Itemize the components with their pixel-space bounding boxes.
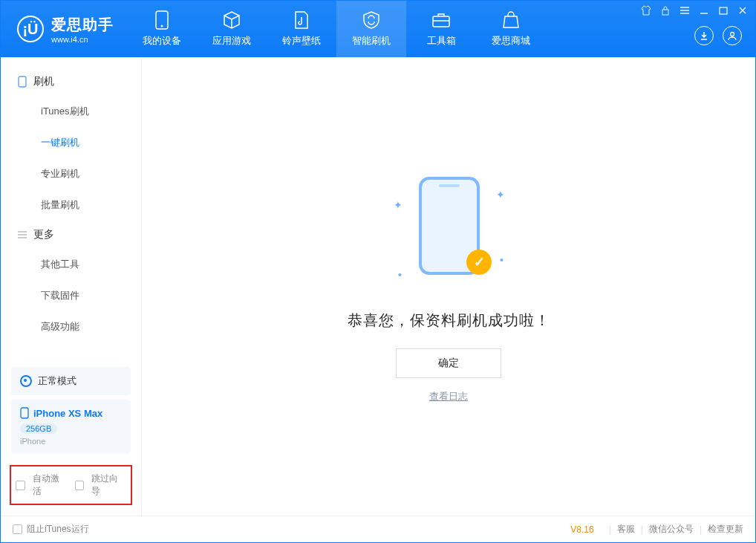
sidebar-bottom-highlight: 自动激活 跳过向导	[10, 465, 132, 505]
footer-link-wechat[interactable]: 微信公众号	[649, 523, 694, 536]
lock-icon[interactable]	[660, 5, 671, 16]
footer-link-support[interactable]: 客服	[617, 523, 635, 536]
top-nav: 我的设备 应用游戏 铃声壁纸 智能刷机 工具箱 爱思商城	[127, 1, 546, 57]
titlebar-right	[633, 1, 755, 57]
success-message: 恭喜您，保资料刷机成功啦！	[348, 310, 550, 331]
menu-icon[interactable]	[680, 5, 690, 16]
sidebar: 刷机 iTunes刷机 一键刷机 专业刷机 批量刷机 更多 其他工具 下载固件 …	[1, 57, 142, 516]
nav-ringtone-wallpaper[interactable]: 铃声壁纸	[267, 1, 336, 57]
sidebar-item-advanced[interactable]: 高级功能	[1, 311, 141, 342]
checkbox-auto-activate[interactable]	[16, 481, 25, 490]
list-icon	[17, 230, 27, 240]
svg-point-1	[161, 25, 163, 27]
success-illustration: ✓ ✦ ✦ • •	[389, 169, 508, 288]
sidebar-item-pro-flash[interactable]: 专业刷机	[1, 158, 141, 189]
window-controls	[641, 5, 748, 16]
nav-label: 工具箱	[427, 34, 456, 48]
sidebar-item-itunes-flash[interactable]: iTunes刷机	[1, 96, 141, 127]
nav-label: 应用游戏	[212, 34, 251, 48]
svg-rect-6	[19, 77, 26, 87]
profile-button[interactable]	[723, 26, 742, 45]
ok-button[interactable]: 确定	[396, 348, 501, 378]
checkbox-label: 跳过向导	[91, 472, 126, 498]
mode-icon	[20, 375, 32, 387]
refresh-shield-icon	[362, 10, 381, 30]
shirt-icon[interactable]	[641, 5, 651, 16]
app-name: 爱思助手	[51, 15, 114, 35]
nav-store[interactable]: 爱思商城	[476, 1, 546, 57]
user-controls	[694, 26, 748, 53]
svg-point-5	[731, 33, 734, 36]
sidebar-item-download-firmware[interactable]: 下载固件	[1, 280, 141, 311]
sidebar-item-batch-flash[interactable]: 批量刷机	[1, 189, 141, 221]
phone-small-icon	[20, 407, 29, 419]
main-content: ✓ ✦ ✦ • • 恭喜您，保资料刷机成功啦！ 确定 查看日志	[142, 57, 755, 516]
nav-label: 铃声壁纸	[282, 34, 321, 48]
footer-link-update[interactable]: 检查更新	[708, 523, 743, 536]
device-capacity: 256GB	[20, 423, 57, 434]
footer-label: 阻止iTunes运行	[27, 523, 89, 536]
app-window: ¡Ü 爱思助手 www.i4.cn 我的设备 应用游戏 铃声壁纸 智能刷机	[0, 0, 756, 543]
sidebar-group-flash[interactable]: 刷机	[1, 68, 141, 96]
sparkle-icon: ✦	[394, 199, 403, 211]
nav-label: 爱思商城	[492, 34, 530, 48]
sidebar-group-label: 更多	[33, 228, 54, 241]
mode-label: 正常模式	[38, 374, 76, 388]
checkbox-label: 自动激活	[33, 472, 68, 498]
checkbox-block-itunes[interactable]	[13, 524, 22, 534]
svg-rect-2	[433, 16, 449, 27]
nav-my-device[interactable]: 我的设备	[127, 1, 197, 57]
music-file-icon	[292, 10, 311, 30]
titlebar: ¡Ü 爱思助手 www.i4.cn 我的设备 应用游戏 铃声壁纸 智能刷机	[1, 1, 755, 57]
nav-label: 智能刷机	[352, 34, 391, 48]
sparkle-icon: •	[398, 269, 402, 281]
sparkle-icon: ✦	[496, 189, 505, 201]
check-badge-icon: ✓	[466, 250, 492, 275]
app-url: www.i4.cn	[51, 35, 114, 44]
logo: ¡Ü 爱思助手 www.i4.cn	[1, 1, 127, 57]
device-card[interactable]: iPhone XS Max 256GB iPhone	[11, 400, 131, 453]
phone-icon	[17, 77, 27, 87]
nav-toolbox[interactable]: 工具箱	[406, 1, 476, 57]
version-label: V8.16	[570, 524, 593, 535]
toolbox-icon	[431, 10, 451, 30]
nav-apps-games[interactable]: 应用游戏	[197, 1, 267, 57]
close-icon[interactable]	[737, 5, 748, 16]
device-icon	[152, 10, 172, 30]
checkbox-skip-guide[interactable]	[75, 481, 85, 490]
sidebar-group-label: 刷机	[33, 75, 54, 88]
footer: 阻止iTunes运行 V8.16 | 客服 | 微信公众号 | 检查更新	[1, 516, 755, 542]
sidebar-item-oneclick-flash[interactable]: 一键刷机	[1, 127, 141, 158]
download-button[interactable]	[694, 26, 714, 45]
nav-smart-flash[interactable]: 智能刷机	[336, 1, 406, 57]
nav-label: 我的设备	[143, 34, 181, 48]
view-log-link[interactable]: 查看日志	[429, 390, 468, 403]
svg-rect-4	[720, 7, 727, 14]
sidebar-group-more[interactable]: 更多	[1, 221, 141, 249]
logo-icon: ¡Ü	[17, 16, 44, 42]
body: 刷机 iTunes刷机 一键刷机 专业刷机 批量刷机 更多 其他工具 下载固件 …	[1, 57, 755, 516]
device-type: iPhone	[20, 437, 122, 446]
minimize-icon[interactable]	[699, 5, 709, 16]
sidebar-item-other-tools[interactable]: 其他工具	[1, 249, 141, 280]
device-mode[interactable]: 正常模式	[11, 367, 131, 395]
device-name: iPhone XS Max	[20, 407, 122, 419]
sparkle-icon: •	[500, 254, 504, 266]
svg-rect-7	[21, 408, 28, 418]
svg-rect-3	[662, 10, 668, 15]
bag-icon	[501, 10, 521, 30]
cube-icon	[222, 10, 241, 30]
maximize-icon[interactable]	[718, 5, 729, 16]
